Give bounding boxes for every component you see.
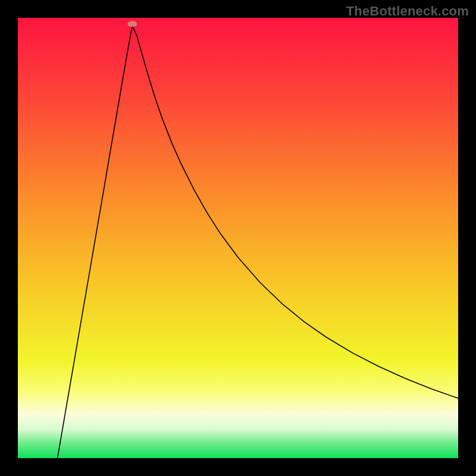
chart-svg <box>18 18 458 458</box>
gradient-background <box>18 18 458 458</box>
chart-container: TheBottleneck.com <box>0 0 476 476</box>
attribution-text: TheBottleneck.com <box>346 4 469 19</box>
min-marker <box>127 21 137 27</box>
plot-area <box>18 18 458 458</box>
